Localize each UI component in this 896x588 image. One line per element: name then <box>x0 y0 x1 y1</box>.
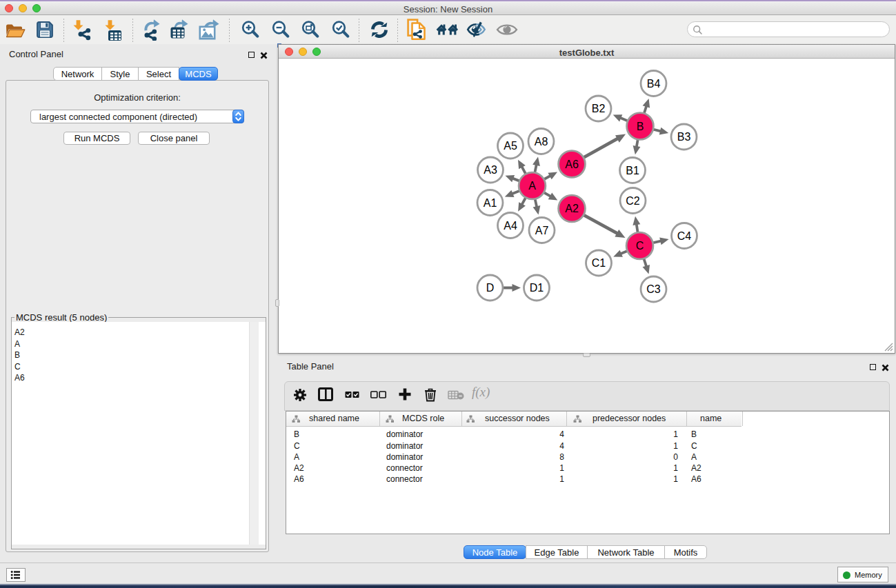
svg-text:A2: A2 <box>565 203 579 214</box>
svg-text:A3: A3 <box>484 164 497 176</box>
svg-text:B: B <box>637 121 644 132</box>
svg-text:A5: A5 <box>504 140 517 152</box>
svg-text:C1: C1 <box>592 257 606 269</box>
svg-text:B2: B2 <box>592 103 606 114</box>
svg-text:A6: A6 <box>565 159 579 170</box>
svg-text:A4: A4 <box>504 220 517 232</box>
svg-text:C: C <box>636 240 644 252</box>
svg-text:A: A <box>528 180 536 192</box>
svg-text:B1: B1 <box>626 165 639 176</box>
svg-text:D: D <box>486 282 495 294</box>
svg-text:C3: C3 <box>646 283 661 295</box>
svg-text:B3: B3 <box>677 131 691 143</box>
svg-text:C2: C2 <box>626 195 640 207</box>
svg-text:A1: A1 <box>484 197 497 209</box>
svg-text:A7: A7 <box>535 225 549 236</box>
svg-text:A8: A8 <box>535 136 548 148</box>
svg-text:D1: D1 <box>530 282 544 294</box>
svg-text:C4: C4 <box>677 230 692 242</box>
svg-text:B4: B4 <box>647 78 661 90</box>
